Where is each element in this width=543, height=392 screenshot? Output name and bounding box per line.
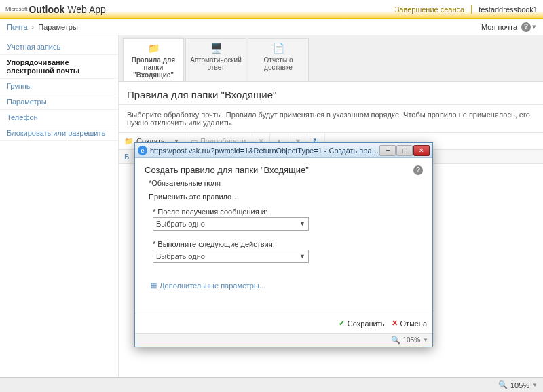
sign-out-link[interactable]: Завершение сеанса: [395, 5, 464, 14]
panel-description: Выберите обработку почты. Правила будут …: [119, 105, 543, 132]
dialog-window-title: https://post.vsk.ru/?pwmcid=1&ReturnObje…: [150, 146, 379, 155]
tab-auto-reply[interactable]: 🖥️ Автоматический ответ: [185, 38, 246, 81]
brand-word1: Outlook: [29, 4, 64, 15]
sidebar-item-groups[interactable]: Группы: [0, 79, 118, 94]
sidebar-item-settings[interactable]: Параметры: [0, 94, 118, 110]
help-dropdown-icon[interactable]: ▾: [532, 22, 536, 31]
minimize-button[interactable]: ━: [379, 145, 396, 156]
tab-label: Правила для папки "Входящие": [125, 56, 182, 79]
dialog-zoom-bar: 🔍 105% ▼: [135, 333, 432, 347]
ie-favicon-icon: e: [138, 146, 147, 155]
action-select[interactable]: Выбрать одно ▼: [153, 250, 309, 263]
more-options-label: Дополнительные параметры...: [160, 281, 265, 290]
zoom-dropdown-icon[interactable]: ▼: [532, 382, 538, 388]
dialog-heading-text: Создать правило для папки "Входящие": [145, 165, 309, 175]
cancel-label: Отмена: [400, 319, 427, 328]
condition-label: * После получения сообщения и:: [153, 208, 423, 216]
dialog-zoom-value[interactable]: 105%: [403, 336, 421, 344]
close-button[interactable]: ✕: [413, 145, 430, 156]
action-value: Выбрать одно: [156, 252, 205, 260]
sidebar-item-block-allow[interactable]: Блокировать или разрешить: [0, 125, 118, 141]
monitor-icon: 🖥️: [210, 43, 222, 54]
new-rule-dialog: e https://post.vsk.ru/?pwmcid=1&ReturnOb…: [134, 142, 433, 347]
magnifier-icon: 🔍: [391, 336, 400, 345]
cancel-button[interactable]: ✕ Отмена: [392, 319, 427, 328]
sidebar-item-organize-mail[interactable]: Упорядочивание электронной почты: [0, 55, 118, 79]
dialog-body: Создать правило для папки "Входящие" ? *…: [135, 158, 432, 313]
brand-prefix: Microsoft: [5, 6, 27, 12]
new-folder-icon: 📁: [124, 137, 134, 146]
my-mail-link[interactable]: Моя почта: [481, 23, 517, 31]
breadcrumb-mail[interactable]: Почта: [7, 23, 28, 31]
action-label: * Выполните следующие действия:: [153, 240, 423, 248]
folder-icon: 📁: [148, 43, 160, 54]
panel-title: Правила для папки "Входящие": [119, 82, 543, 105]
more-options-link[interactable]: ▦ Дополнительные параметры...: [150, 281, 423, 290]
zoom-dropdown-icon[interactable]: ▼: [423, 337, 428, 343]
x-icon: ✕: [392, 319, 398, 328]
tab-bar: 📁 Правила для папки "Входящие" 🖥️ Автома…: [119, 35, 543, 82]
chevron-down-icon: ▼: [299, 220, 305, 227]
magnifier-icon: 🔍: [498, 380, 508, 389]
dialog-heading: Создать правило для папки "Входящие" ?: [145, 165, 423, 175]
document-icon: 📄: [273, 43, 284, 54]
current-user[interactable]: testaddressbook1: [471, 5, 538, 14]
breadcrumb-bar: Почта › Параметры Моя почта ? ▾: [0, 19, 543, 35]
app-header: Microsoft Outlook Web App Завершение сеа…: [0, 0, 543, 19]
required-fields-note: *Обязательные поля: [149, 179, 423, 187]
brand-main: Outlook Web App: [29, 4, 105, 15]
tab-delivery-reports[interactable]: 📄 Отчеты о доставке: [248, 38, 309, 81]
save-button[interactable]: ✓ Сохранить: [339, 319, 385, 328]
info-icon[interactable]: ?: [413, 165, 423, 175]
brand-word2: Web App: [67, 4, 106, 15]
options-icon: ▦: [150, 281, 157, 290]
settings-sidebar: Учетная запись Упорядочивание электронно…: [0, 35, 119, 377]
tab-label: Отчеты о доставке: [250, 56, 307, 71]
tab-inbox-rules[interactable]: 📁 Правила для папки "Входящие": [123, 38, 184, 81]
check-icon: ✓: [339, 319, 345, 328]
condition-value: Выбрать одно: [156, 220, 205, 228]
zoom-value[interactable]: 105%: [510, 381, 529, 389]
tab-label: Автоматический ответ: [187, 56, 244, 71]
apply-rule-label: Применить это правило…: [149, 193, 423, 201]
sidebar-item-phone[interactable]: Телефон: [0, 110, 118, 125]
chevron-down-icon: ▼: [299, 253, 305, 260]
maximize-button[interactable]: ▢: [396, 145, 413, 156]
save-label: Сохранить: [348, 319, 385, 328]
help-icon[interactable]: ?: [521, 22, 531, 32]
breadcrumb-separator: ›: [32, 23, 35, 31]
breadcrumb-params: Параметры: [38, 23, 78, 31]
dialog-titlebar[interactable]: e https://post.vsk.ru/?pwmcid=1&ReturnOb…: [135, 143, 432, 158]
sidebar-item-account[interactable]: Учетная запись: [0, 39, 118, 55]
condition-select[interactable]: Выбрать одно ▼: [153, 217, 309, 231]
dialog-actions: ✓ Сохранить ✕ Отмена: [135, 313, 432, 333]
browser-status-bar: 🔍 105% ▼: [0, 377, 543, 392]
